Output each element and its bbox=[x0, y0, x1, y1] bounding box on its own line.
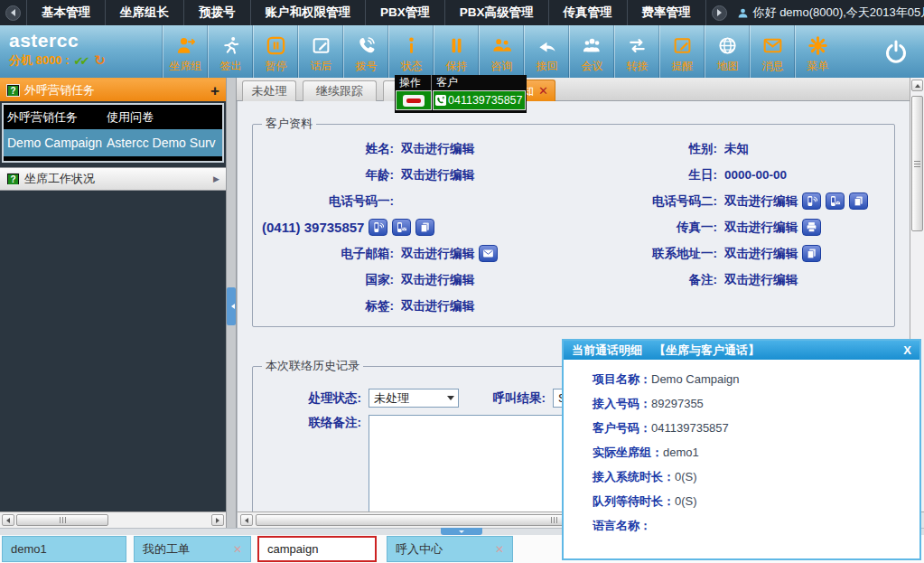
toolbar-button-label: 菜单 bbox=[807, 59, 829, 74]
scrollbar-thumb[interactable] bbox=[16, 514, 108, 526]
toolbar-button-conference[interactable]: 会议 bbox=[569, 25, 614, 78]
menu-item-basic-mgmt[interactable]: 基本管理 bbox=[26, 0, 105, 25]
detail-value: 0(S) bbox=[675, 470, 697, 483]
scroll-left-button[interactable] bbox=[240, 514, 253, 526]
toolbar-button-remind[interactable]: 提醒 bbox=[659, 25, 705, 78]
toolbar-button-label: 咨询 bbox=[491, 59, 513, 74]
toolbar-button-menu[interactable]: 菜单 bbox=[795, 25, 840, 78]
email-label: 电子邮箱: bbox=[253, 246, 401, 262]
nav-scroll-right-button[interactable] bbox=[712, 5, 727, 21]
splitter-handle[interactable] bbox=[227, 287, 236, 325]
menu-item-rate-mgmt[interactable]: 费率管理 bbox=[627, 0, 706, 25]
toolbar-button-message[interactable]: 消息 bbox=[750, 25, 795, 78]
phone2-value[interactable]: 双击进行编辑 bbox=[724, 192, 894, 210]
name-label: 姓名: bbox=[253, 141, 401, 157]
menu-icon bbox=[807, 33, 828, 58]
nav-scroll-left-button[interactable] bbox=[5, 5, 21, 21]
fax-button[interactable] bbox=[802, 219, 821, 236]
menu-item-pbx-mgmt[interactable]: PBX管理 bbox=[365, 0, 444, 25]
bottom-tab-my-tickets[interactable]: 我的工单 ✕ bbox=[134, 536, 251, 562]
age-value[interactable]: 双击进行编辑 bbox=[401, 167, 573, 183]
detail-label: 客户号码： bbox=[593, 420, 651, 436]
campaign-table-row[interactable]: Demo Campaign Astercc Demo Surv bbox=[4, 129, 222, 156]
phone1-value[interactable]: (0411) 39735857 bbox=[253, 219, 573, 236]
customer-number: 041139735857 bbox=[448, 94, 523, 107]
status-icon bbox=[401, 33, 422, 58]
scrollbar-thumb[interactable] bbox=[911, 96, 923, 231]
agent-status-panel-header[interactable]: ? 坐席工作状况 ▶ bbox=[0, 167, 226, 191]
popup-close-button[interactable]: X bbox=[903, 343, 911, 357]
toolbar-button-after-call[interactable]: 话后 bbox=[298, 25, 343, 78]
toolbar-button-retrieve[interactable]: 接回 bbox=[524, 25, 569, 78]
phone-sms-icon bbox=[829, 195, 841, 207]
chevron-left-icon bbox=[7, 9, 15, 16]
toolbar-button-transfer[interactable]: 转接 bbox=[614, 25, 659, 78]
collapse-panel-handle[interactable] bbox=[441, 528, 482, 535]
refresh-icon[interactable]: ↻ bbox=[94, 52, 106, 69]
contact-note-textarea[interactable] bbox=[369, 415, 576, 511]
detail-value: 0(S) bbox=[675, 494, 697, 508]
sidebar: ? 外呼营销任务 + 外呼营销任务 使用问卷 Demo Campaign Ast… bbox=[0, 78, 226, 528]
tab-follow-up[interactable]: 继续跟踪 bbox=[303, 80, 377, 101]
menu-item-predial[interactable]: 预拨号 bbox=[183, 0, 250, 25]
gender-value[interactable]: 未知 bbox=[724, 141, 894, 157]
customer-number-cell[interactable]: 041139735857 bbox=[433, 90, 526, 110]
send-email-button[interactable] bbox=[479, 245, 498, 262]
toolbar-button-status[interactable]: 状态 bbox=[388, 25, 434, 78]
sms-phone1-button[interactable] bbox=[392, 219, 411, 236]
toolbar-button-label: 转接 bbox=[627, 59, 649, 74]
toolbar-button-pause[interactable]: 暂停 bbox=[253, 25, 298, 78]
copy-icon bbox=[419, 221, 431, 233]
name-value[interactable]: 双击进行编辑 bbox=[401, 141, 573, 157]
scroll-up-button[interactable] bbox=[911, 80, 923, 91]
campaign-panel-header[interactable]: ? 外呼营销任务 + bbox=[0, 78, 226, 101]
toolbar-button-label: 接回 bbox=[537, 59, 558, 74]
menu-item-pbx-advanced[interactable]: PBX高级管理 bbox=[444, 0, 548, 25]
remark-value[interactable]: 双击进行编辑 bbox=[724, 272, 894, 288]
tag-value[interactable]: 双击进行编辑 bbox=[401, 298, 573, 314]
copy-phone2-button[interactable] bbox=[849, 192, 868, 210]
detail-row-project: 项目名称：Demo Campaign bbox=[593, 367, 919, 391]
tab-close-icon[interactable]: ✕ bbox=[538, 84, 548, 98]
sidebar-horizontal-scrollbar bbox=[0, 511, 226, 528]
toolbar-button-dial[interactable]: 拨号 bbox=[343, 25, 388, 78]
conference-icon bbox=[582, 33, 602, 58]
scroll-left-button[interactable] bbox=[2, 514, 14, 526]
copy-phone1-button[interactable] bbox=[415, 219, 434, 236]
toolbar-button-hold[interactable]: 保持 bbox=[434, 25, 479, 78]
menu-item-fax-mgmt[interactable]: 传真管理 bbox=[548, 0, 627, 25]
toolbar-button-map[interactable]: 地图 bbox=[705, 25, 750, 78]
toolbar-button-sign-out[interactable]: 签出 bbox=[208, 25, 253, 78]
tab-unprocessed[interactable]: 未处理 bbox=[242, 80, 296, 101]
tab-close-icon[interactable]: ✕ bbox=[495, 543, 504, 556]
sidebar-splitter bbox=[226, 78, 237, 528]
message-icon bbox=[762, 33, 783, 58]
scroll-right-button[interactable] bbox=[211, 514, 224, 526]
add-campaign-button[interactable]: + bbox=[210, 83, 219, 99]
campaign-table: 外呼营销任务 使用问卷 Demo Campaign Astercc Demo S… bbox=[2, 103, 224, 163]
tab-close-icon[interactable]: ✕ bbox=[233, 543, 242, 556]
fax-value[interactable]: 双击进行编辑 bbox=[724, 219, 894, 236]
contact-note-label: 联络备注: bbox=[253, 415, 369, 431]
detail-value: 041139735857 bbox=[651, 421, 729, 435]
copy-address-button[interactable] bbox=[802, 245, 821, 262]
detail-row-access-number: 接入号码：89297355 bbox=[593, 391, 919, 416]
birthday-value[interactable]: 0000-00-00 bbox=[724, 168, 894, 182]
power-button[interactable] bbox=[882, 38, 910, 65]
hangup-button[interactable] bbox=[396, 90, 432, 110]
call-phone2-button[interactable] bbox=[802, 192, 821, 210]
sidebar-empty-area bbox=[0, 191, 226, 511]
status-select[interactable]: 未处理 bbox=[369, 389, 459, 408]
menu-item-agent-leader[interactable]: 坐席组长 bbox=[105, 0, 183, 25]
country-value[interactable]: 双击进行编辑 bbox=[401, 272, 573, 288]
bottom-tab-inbound-center[interactable]: 呼入中心 ✕ bbox=[387, 536, 513, 562]
menu-item-account-permission[interactable]: 账户和权限管理 bbox=[250, 0, 366, 25]
bottom-tab-demo1[interactable]: demo1 bbox=[2, 536, 126, 562]
bottom-tab-campaign[interactable]: campaign bbox=[257, 536, 377, 562]
toolbar-button-consult[interactable]: 咨询 bbox=[479, 25, 524, 78]
toolbar-button-agent-group[interactable]: 坐席组 bbox=[163, 25, 208, 78]
email-value[interactable]: 双击进行编辑 bbox=[401, 245, 573, 262]
address-value[interactable]: 双击进行编辑 bbox=[724, 245, 894, 262]
call-phone1-button[interactable] bbox=[369, 219, 387, 236]
sms-phone2-button[interactable] bbox=[826, 192, 845, 210]
